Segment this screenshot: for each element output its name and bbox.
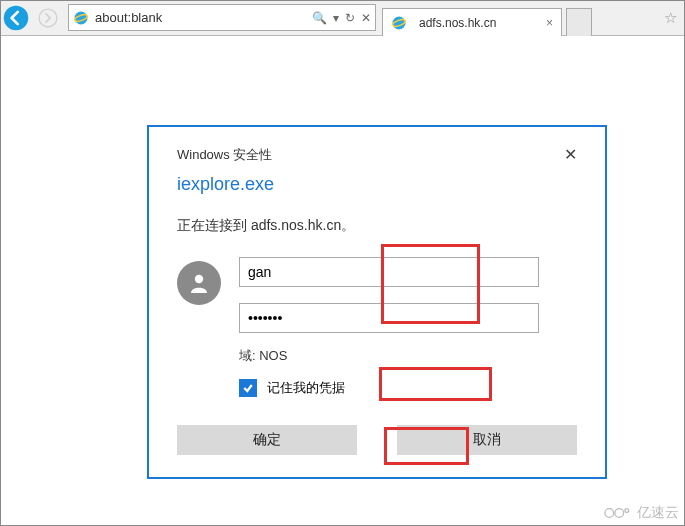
browser-nav-bar: 🔍 ▾ ↻ ✕ adfs.nos.hk.cn × ☆: [0, 0, 685, 36]
credential-dialog: Windows 安全性 ✕ iexplore.exe 正在连接到 adfs.no…: [147, 125, 607, 479]
remember-checkbox[interactable]: [239, 379, 257, 397]
address-bar[interactable]: 🔍 ▾ ↻ ✕: [68, 4, 376, 31]
new-tab-button[interactable]: [566, 8, 592, 36]
watermark: 亿速云: [603, 504, 679, 522]
username-input[interactable]: [239, 257, 539, 287]
remember-checkbox-row[interactable]: 记住我的凭据: [239, 379, 577, 397]
dialog-close-icon[interactable]: ✕: [564, 145, 577, 164]
tab-strip: adfs.nos.hk.cn ×: [382, 4, 592, 35]
svg-point-7: [605, 509, 614, 518]
close-tab-icon[interactable]: ×: [546, 16, 553, 30]
ie-icon: [73, 10, 89, 26]
ie-icon: [391, 15, 407, 31]
svg-point-0: [4, 5, 29, 30]
tab-label: adfs.nos.hk.cn: [419, 16, 496, 30]
dropdown-icon[interactable]: ▾: [333, 11, 339, 25]
refresh-icon[interactable]: ↻: [345, 11, 355, 25]
password-input[interactable]: [239, 303, 539, 333]
favorites-star-icon[interactable]: ☆: [661, 0, 685, 35]
dialog-subtitle: iexplore.exe: [177, 174, 577, 195]
address-tools: 🔍 ▾ ↻ ✕: [308, 11, 371, 25]
watermark-text: 亿速云: [637, 504, 679, 522]
back-button[interactable]: [0, 0, 32, 35]
svg-point-8: [615, 509, 624, 518]
svg-point-9: [625, 509, 629, 513]
remember-label: 记住我的凭据: [267, 379, 345, 397]
address-input[interactable]: [95, 5, 308, 30]
svg-point-6: [195, 275, 203, 283]
search-icon[interactable]: 🔍: [312, 11, 327, 25]
dialog-message: 正在连接到 adfs.nos.hk.cn。: [177, 217, 577, 235]
forward-button[interactable]: [32, 0, 64, 35]
dialog-title: Windows 安全性: [177, 146, 272, 164]
domain-label: 域: NOS: [239, 347, 577, 365]
stop-icon[interactable]: ✕: [361, 11, 371, 25]
cancel-button[interactable]: 取消: [397, 425, 577, 455]
user-avatar-icon: [177, 261, 221, 305]
tab-adfs[interactable]: adfs.nos.hk.cn ×: [382, 8, 562, 36]
ok-button[interactable]: 确定: [177, 425, 357, 455]
svg-point-1: [39, 9, 57, 27]
